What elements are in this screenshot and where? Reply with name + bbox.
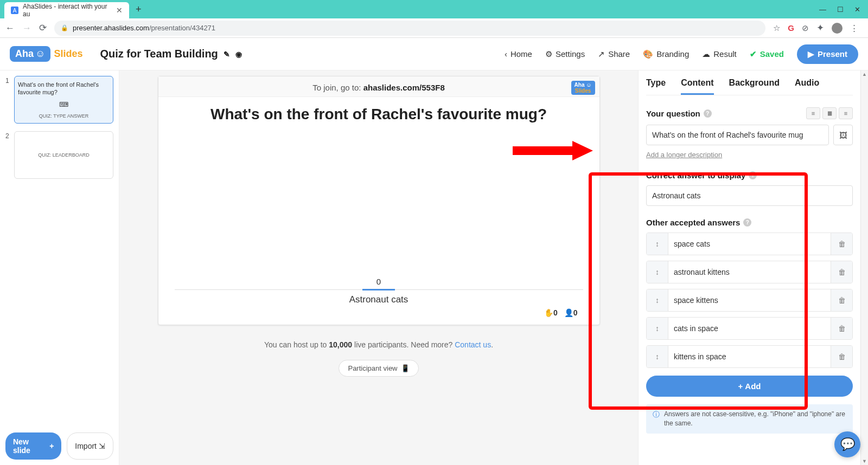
image-icon: 🖼 xyxy=(839,131,847,140)
forward-icon[interactable]: → xyxy=(22,23,31,34)
panel-tabs: Type Content Background Audio xyxy=(646,70,853,95)
delete-answer-button[interactable]: 🗑 xyxy=(831,346,852,367)
info-note: ⓘ Answers are not case-sensitive, e.g. "… xyxy=(646,404,853,434)
edit-title-icon[interactable]: ✎ xyxy=(224,50,230,59)
other-answer-row: ↕🗑 xyxy=(646,261,853,283)
other-answer-input[interactable] xyxy=(668,233,831,255)
back-icon[interactable]: ← xyxy=(5,23,15,34)
drag-handle-icon[interactable]: ↕ xyxy=(647,289,668,311)
tab-audio[interactable]: Audio xyxy=(795,78,819,95)
divider xyxy=(175,289,583,290)
new-slide-button[interactable]: New slide+ xyxy=(5,432,61,460)
palette-icon: 🎨 xyxy=(643,49,653,59)
help-icon[interactable]: ? xyxy=(743,218,751,227)
gear-icon: ⚙ xyxy=(545,49,552,59)
download-icon: ☁ xyxy=(702,49,710,59)
nav-settings[interactable]: ⚙Settings xyxy=(545,49,585,59)
nav-result[interactable]: ☁Result xyxy=(702,49,737,59)
play-icon: ▶ xyxy=(808,49,814,59)
align-left-button[interactable]: ≡ xyxy=(806,107,820,119)
presentation-title[interactable]: Quiz for Team Building ✎ ◉ xyxy=(100,48,241,60)
contact-us-link[interactable]: Contact us xyxy=(455,340,491,349)
other-answer-input[interactable] xyxy=(668,346,831,367)
help-icon[interactable]: ? xyxy=(704,109,712,118)
tab-close-icon[interactable]: ✕ xyxy=(116,6,123,15)
editor-canvas: To join, go to: ahaslides.com/553F8 Aha … xyxy=(119,70,638,465)
trash-icon: 🗑 xyxy=(838,352,846,361)
other-answer-row: ↕🗑 xyxy=(646,232,853,255)
trash-icon: 🗑 xyxy=(838,296,846,305)
delete-answer-button[interactable]: 🗑 xyxy=(831,261,852,283)
star-icon[interactable]: ☆ xyxy=(773,23,780,33)
visibility-icon[interactable]: ◉ xyxy=(235,50,242,59)
add-image-button[interactable]: 🖼 xyxy=(833,125,853,145)
window-controls: — ☐ ✕ xyxy=(812,5,868,14)
new-tab-button[interactable]: + xyxy=(136,4,142,15)
align-right-button[interactable]: ≡ xyxy=(839,107,853,119)
slide-thumbnail-1[interactable]: What's on the front of Rachel's favourit… xyxy=(14,76,113,124)
join-bar: To join, go to: ahaslides.com/553F8 Aha … xyxy=(158,76,599,97)
align-center-button[interactable]: ≣ xyxy=(822,107,837,119)
other-answer-input[interactable] xyxy=(668,261,831,283)
delete-answer-button[interactable]: 🗑 xyxy=(831,289,852,311)
logo[interactable]: Aha ☺ Slides xyxy=(10,46,82,62)
window-maximize-icon[interactable]: ☐ xyxy=(837,5,844,14)
correct-answer-input[interactable] xyxy=(646,185,853,206)
delete-answer-button[interactable]: 🗑 xyxy=(831,318,852,339)
slide-thumbnail-2[interactable]: QUIZ: LEADERBOARD xyxy=(14,131,113,179)
nav-branding[interactable]: 🎨Branding xyxy=(643,49,689,59)
drag-handle-icon[interactable]: ↕ xyxy=(647,318,668,339)
slides-sidebar: 1 What's on the front of Rachel's favour… xyxy=(0,70,119,465)
window-minimize-icon[interactable]: — xyxy=(819,5,826,14)
present-button[interactable]: ▶Present xyxy=(797,44,858,64)
reload-icon[interactable]: ⟳ xyxy=(39,22,47,34)
tab-favicon: A xyxy=(11,7,18,14)
phone-icon: 📱 xyxy=(401,364,410,372)
drag-handle-icon[interactable]: ↕ xyxy=(647,346,668,367)
extension-icon-1[interactable]: G xyxy=(788,23,794,33)
kebab-menu-icon[interactable]: ⋮ xyxy=(850,23,858,33)
chat-widget-button[interactable]: 💬 xyxy=(834,431,860,457)
scrollbar[interactable]: ▲ ▼ xyxy=(860,70,868,465)
svg-marker-0 xyxy=(513,141,593,160)
extensions-icon[interactable]: ✦ xyxy=(816,22,824,34)
trash-icon: 🗑 xyxy=(838,324,846,333)
drag-handle-icon[interactable]: ↕ xyxy=(647,261,668,283)
app-header: Aha ☺ Slides Quiz for Team Building ✎ ◉ … xyxy=(0,38,868,70)
url-input[interactable]: 🔒 presenter.ahaslides.com/presentation/4… xyxy=(54,21,765,36)
check-icon: ✔ xyxy=(750,49,757,59)
tab-content[interactable]: Content xyxy=(681,78,713,95)
extension-icon-2[interactable]: ⊘ xyxy=(802,23,809,33)
trash-icon: 🗑 xyxy=(838,268,846,276)
join-url: ahaslides.com/553F8 xyxy=(363,83,445,92)
address-bar: ← → ⟳ 🔒 presenter.ahaslides.com/presenta… xyxy=(0,18,868,38)
plus-icon: + xyxy=(49,442,54,450)
browser-tab[interactable]: A AhaSlides - interact with your au ✕ xyxy=(4,2,129,18)
delete-answer-button[interactable]: 🗑 xyxy=(831,233,852,255)
slide-logo-badge: Aha ☺Slides xyxy=(571,81,595,95)
people-count: 👤0 xyxy=(564,308,578,317)
help-icon[interactable]: ? xyxy=(749,171,757,179)
url-path: /presentation/434271 xyxy=(149,24,215,32)
profile-avatar[interactable] xyxy=(832,23,843,34)
trash-icon: 🗑 xyxy=(838,240,846,248)
add-answer-button[interactable]: + Add xyxy=(646,376,853,397)
other-answer-input[interactable] xyxy=(668,289,831,311)
import-button[interactable]: Import⇲ xyxy=(67,432,113,460)
participant-view-button[interactable]: Participant view📱 xyxy=(339,360,418,377)
browser-tab-bar: A AhaSlides - interact with your au ✕ + … xyxy=(0,0,868,18)
other-answer-row: ↕🗑 xyxy=(646,345,853,368)
other-answers-label: Other accepted answers ? xyxy=(646,218,853,227)
tab-type[interactable]: Type xyxy=(646,78,666,95)
scroll-down-icon[interactable]: ▼ xyxy=(861,457,868,465)
drag-handle-icon[interactable]: ↕ xyxy=(647,233,668,255)
nav-home[interactable]: ‹Home xyxy=(505,49,532,59)
other-answer-input[interactable] xyxy=(668,318,831,339)
add-description-link[interactable]: Add a longer description xyxy=(646,151,853,159)
tab-background[interactable]: Background xyxy=(729,78,780,95)
scroll-up-icon[interactable]: ▲ xyxy=(861,70,868,78)
question-input[interactable] xyxy=(646,125,829,145)
slide-answer-text: Astronaut cats xyxy=(175,294,583,305)
window-close-icon[interactable]: ✕ xyxy=(854,5,860,14)
nav-share[interactable]: ↗Share xyxy=(598,49,630,59)
